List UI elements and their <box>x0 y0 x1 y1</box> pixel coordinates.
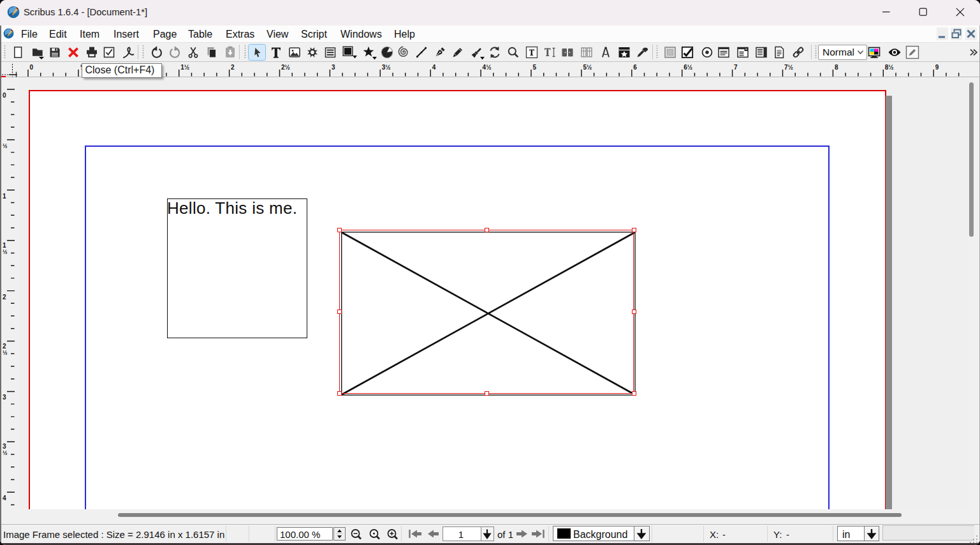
svg-text:8½: 8½ <box>885 63 894 70</box>
svg-text:3: 3 <box>3 394 6 401</box>
svg-text:0: 0 <box>30 63 34 70</box>
svg-text:4½: 4½ <box>483 63 492 70</box>
svg-text:7: 7 <box>734 63 738 70</box>
svg-text:2: 2 <box>3 294 6 301</box>
svg-text:3: 3 <box>332 63 335 70</box>
svg-text:2: 2 <box>3 343 6 350</box>
svg-text:2: 2 <box>231 63 235 70</box>
svg-text:5½: 5½ <box>583 63 592 70</box>
svg-text:5: 5 <box>533 63 537 70</box>
svg-text:6½: 6½ <box>684 63 692 70</box>
svg-text:8: 8 <box>835 63 838 70</box>
svg-text:6: 6 <box>633 63 637 70</box>
svg-text:1: 1 <box>3 242 6 249</box>
svg-text:2½: 2½ <box>281 63 290 70</box>
svg-text:7½: 7½ <box>784 63 793 70</box>
svg-text:½: ½ <box>3 143 8 149</box>
svg-text:1½: 1½ <box>180 63 189 70</box>
svg-text:½: ½ <box>3 450 8 456</box>
svg-text:4: 4 <box>3 495 6 502</box>
svg-text:3½: 3½ <box>382 63 391 70</box>
svg-text:9: 9 <box>935 63 939 70</box>
svg-text:3: 3 <box>3 443 6 450</box>
svg-text:4: 4 <box>432 63 436 70</box>
svg-text:1: 1 <box>3 193 6 200</box>
svg-text:½: ½ <box>3 350 8 356</box>
svg-text:0: 0 <box>3 92 6 99</box>
svg-text:½: ½ <box>3 249 8 255</box>
